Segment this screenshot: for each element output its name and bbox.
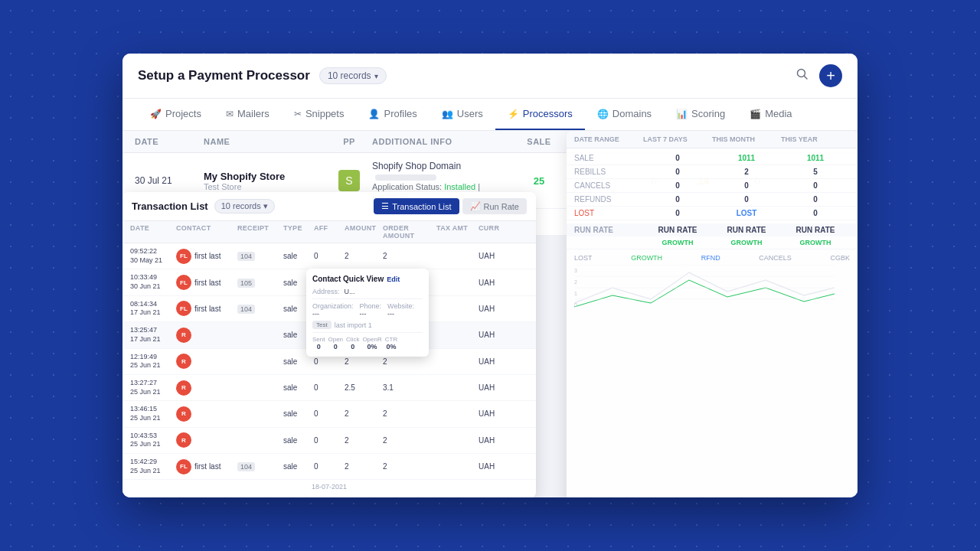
tab-scoring[interactable]: 📊 Scoring bbox=[664, 99, 737, 130]
svg-text:3: 3 bbox=[574, 268, 577, 273]
app-window: Setup a Payment Processor 10 records ▾ +… bbox=[122, 54, 858, 497]
trans-row-6: 13:27:2725 Jun 21 R sale 0 2.5 3.1 UAH bbox=[122, 375, 536, 401]
contact-avatar: R bbox=[176, 328, 191, 343]
transaction-title: Transaction List bbox=[132, 201, 208, 212]
transaction-records[interactable]: 10 records ▾ bbox=[214, 199, 275, 214]
cell-name: My Shopify Store Test Store bbox=[204, 171, 326, 191]
stats-row-sale: SALE 0 1011 1011 bbox=[567, 152, 858, 165]
header: Setup a Payment Processor 10 records ▾ + bbox=[122, 54, 858, 99]
col-additional-info: ADDITIONAL INFO bbox=[372, 137, 508, 146]
scoring-icon: 📊 bbox=[676, 109, 688, 119]
stats-body: SALE 0 1011 1011 REBILLS 0 2 5 CANCELS 0 bbox=[567, 148, 858, 223]
search-button[interactable] bbox=[793, 65, 812, 86]
col-sale: SALE bbox=[508, 137, 570, 146]
th-type: TYPE bbox=[283, 224, 314, 240]
th-receipt: RECEIPT bbox=[237, 224, 283, 240]
tag-button[interactable]: Test bbox=[312, 321, 332, 329]
contact-avatar: FL bbox=[176, 301, 191, 316]
divider bbox=[312, 298, 423, 299]
date-range-label: 18-07-2021 bbox=[122, 480, 536, 494]
tab-processors[interactable]: ⚡ Processors bbox=[495, 99, 585, 130]
contact-avatar: FL bbox=[176, 275, 191, 290]
th-order-amount: ORDER AMOUNT bbox=[383, 224, 436, 240]
list-icon: ☰ bbox=[381, 201, 389, 211]
panels-container: Transaction List 10 records ▾ ☰ Transact… bbox=[122, 192, 858, 497]
transaction-header: Transaction List 10 records ▾ ☰ Transact… bbox=[122, 192, 536, 221]
media-icon: 🎬 bbox=[750, 109, 761, 119]
contact-avatar: R bbox=[176, 354, 191, 369]
projects-icon: 🚀 bbox=[150, 109, 162, 119]
users-icon: 👥 bbox=[442, 109, 453, 119]
contact-avatar: FL bbox=[176, 249, 191, 264]
processors-icon: ⚡ bbox=[508, 109, 519, 119]
contact-avatar: FL bbox=[176, 459, 191, 474]
trans-row-7: 13:46:1525 Jun 21 R sale 0 2 2 UAH bbox=[122, 401, 536, 427]
tab-projects[interactable]: 🚀 Projects bbox=[138, 99, 214, 130]
stats-panel: DATE RANGE LAST 7 DAYS THIS MONTH THIS Y… bbox=[567, 131, 858, 497]
page-title: Setup a Payment Processor bbox=[138, 68, 310, 83]
stats-row-refunds: REFUNDS 0 0 0 bbox=[567, 193, 858, 207]
tab-domains[interactable]: 🌐 Domains bbox=[585, 99, 664, 130]
cell-date: 30 Jul 21 bbox=[135, 175, 204, 186]
divider2 bbox=[312, 332, 423, 333]
profiles-icon: 👤 bbox=[368, 109, 380, 119]
col-pp: PP bbox=[326, 137, 372, 146]
col-date: DATE bbox=[135, 137, 204, 146]
chart-icon: 📈 bbox=[470, 201, 481, 211]
stats-header: DATE RANGE LAST 7 DAYS THIS MONTH THIS Y… bbox=[567, 131, 858, 148]
stats-row-lost: LOST 0 LOST 0 bbox=[567, 207, 858, 220]
cell-sale: 25 bbox=[508, 175, 570, 187]
records-badge[interactable]: 10 records ▾ bbox=[319, 67, 387, 84]
trans-table-header: DATE CONTACT RECEIPT TYPE AFF AMOUNT ORD… bbox=[122, 221, 536, 243]
main-content: DATE NAME PP ADDITIONAL INFO SALE REBILL… bbox=[122, 131, 858, 497]
transaction-list-tab[interactable]: ☰ Transaction List bbox=[374, 198, 459, 214]
add-button[interactable]: + bbox=[819, 64, 842, 87]
contact-avatar: R bbox=[176, 406, 191, 422]
contact-avatar: R bbox=[176, 380, 191, 396]
chevron-down-icon: ▾ bbox=[374, 72, 378, 80]
tab-buttons: ☰ Transaction List 📈 Run Rate bbox=[374, 198, 527, 214]
trans-row-8: 10:43:5325 Jun 21 R sale 0 2 2 UAH bbox=[122, 428, 536, 454]
th-contact: CONTACT bbox=[176, 224, 237, 240]
contact-avatar: R bbox=[176, 432, 191, 448]
tab-profiles[interactable]: 👤 Profiles bbox=[356, 99, 429, 130]
tab-snippets[interactable]: ✂ Snippets bbox=[282, 99, 357, 130]
tab-media[interactable]: 🎬 Media bbox=[737, 99, 804, 130]
contact-quick-view: Contact Quick View Edit Address: U... Or… bbox=[306, 269, 429, 357]
header-actions: + bbox=[793, 64, 842, 87]
stats-row-cancels: CANCELS 0 0 0 bbox=[567, 179, 858, 193]
transaction-panel: Transaction List 10 records ▾ ☰ Transact… bbox=[122, 192, 536, 497]
nav-tabs: 🚀 Projects ✉ Mailers ✂ Snippets 👤 Profil… bbox=[122, 99, 858, 131]
svg-text:1: 1 bbox=[574, 291, 577, 296]
domain-bar bbox=[375, 174, 436, 181]
cell-pp: S bbox=[326, 170, 372, 191]
contact-stats: Sent 0 Open 0 Click 0 OpenR bbox=[312, 336, 423, 350]
svg-line-1 bbox=[805, 77, 808, 80]
th-date: DATE bbox=[130, 224, 176, 240]
run-rate-tab[interactable]: 📈 Run Rate bbox=[462, 198, 527, 214]
svg-text:0: 0 bbox=[574, 302, 577, 308]
tab-users[interactable]: 👥 Users bbox=[430, 99, 495, 130]
domains-icon: 🌐 bbox=[597, 109, 609, 119]
trans-row-9: 15:42:2925 Jun 21 FLfirst last 104 sale … bbox=[122, 454, 536, 480]
edit-contact-link[interactable]: Edit bbox=[387, 276, 400, 283]
th-tax: TAX AMT bbox=[436, 224, 479, 240]
tab-mailers[interactable]: ✉ Mailers bbox=[214, 99, 282, 130]
snippets-icon: ✂ bbox=[294, 109, 302, 119]
run-rate-row: RUN RATE RUN RATE RUN RATE RUN RATE bbox=[567, 223, 858, 236]
header-left: Setup a Payment Processor 10 records ▾ bbox=[138, 67, 387, 84]
th-aff: AFF bbox=[314, 224, 345, 240]
th-curr: CURR bbox=[479, 224, 509, 240]
th-amount: AMOUNT bbox=[345, 224, 383, 240]
col-name: NAME bbox=[204, 137, 326, 146]
trans-row-1: 09:52:2230 May 21 FLfirst last 104 sale … bbox=[122, 243, 536, 269]
growth-row: GROWTH GROWTH GROWTH bbox=[567, 236, 858, 249]
shopify-icon: S bbox=[338, 170, 360, 191]
mini-chart: 3 2 1 0 bbox=[574, 265, 835, 311]
svg-text:2: 2 bbox=[574, 279, 577, 285]
chart-area: LOST GROWTH RFND CANCELS CGBK bbox=[567, 249, 858, 318]
mailers-icon: ✉ bbox=[226, 109, 234, 119]
stats-row-rebills: REBILLS 0 2 5 bbox=[567, 165, 858, 179]
